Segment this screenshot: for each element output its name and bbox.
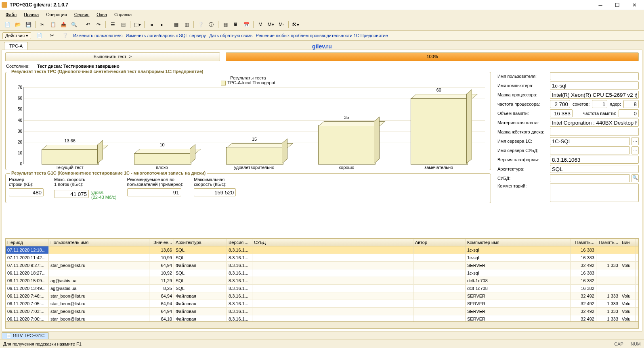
close-button[interactable]: ✕ [626,0,642,9]
table-row[interactable]: 06.11.2020 13:49...ag@asbis.ua8,25SQL8.3… [6,285,638,292]
minimize-button[interactable]: ─ [592,0,608,9]
calc-icon[interactable]: 🖩 [231,20,241,29]
menu-windows[interactable]: Окна [93,11,110,18]
arch-input[interactable] [550,165,639,173]
change-login-link[interactable]: Изменить логин/пароль к SQL-серверу [126,33,206,38]
table-row[interactable]: 06.11.2020 7:00:...star_beon@list.ru64,1… [6,315,638,321]
table-header-cell[interactable]: Значен... [149,239,174,246]
copy-icon[interactable]: 📋 [48,20,58,29]
table-header-cell[interactable]: Пользователь имя [49,239,149,246]
paste-icon[interactable]: 📥 [59,20,68,29]
user-input[interactable] [550,72,639,80]
max-speed-input[interactable] [54,190,89,198]
status-value: Тест диска: Тестирование завершено [37,64,120,69]
table-header-cell[interactable]: Вин [620,239,636,246]
m-icon[interactable]: M [256,20,265,29]
rec-users-input[interactable] [127,188,181,196]
box2-icon[interactable]: ▥ [182,20,191,29]
box-icon[interactable]: ▦ [171,20,181,29]
cpu-input[interactable] [550,91,639,99]
menu-operations[interactable]: Операции [43,11,70,18]
table-row[interactable]: 06.11.2020 18:27...10,92SQL8.3.16.1...1c… [6,269,638,277]
table-header-cell[interactable]: Память... [596,239,620,246]
srv1c-browse-button[interactable]: … [631,137,639,145]
tab-tpc-a[interactable]: TPC-A [4,42,28,50]
find-icon[interactable]: 🔍 [69,20,79,29]
m-plus-icon[interactable]: M+ [266,20,276,29]
run-test-button[interactable]: Выполнить тест -> [5,52,220,61]
action-help-icon[interactable]: ❔ [60,31,70,40]
grid-icon[interactable]: ▦ [220,20,230,29]
hdd-input[interactable] [550,128,639,136]
action-icon-2[interactable]: ✂ [47,31,57,40]
save-icon[interactable]: 💾 [23,20,33,29]
table-header-cell[interactable]: Версия ... [227,239,252,246]
computer-input[interactable] [550,81,639,90]
row-size-input[interactable] [9,188,44,196]
cores-input[interactable] [623,100,639,108]
m-minus-icon[interactable]: M- [277,20,286,29]
dropdown-icon[interactable]: ⬚▾ [132,20,142,29]
cut-icon[interactable]: ✂ [38,20,47,29]
prev-icon[interactable]: ◂ [147,20,156,29]
table-row[interactable]: 07.11.2020 9:27:...star_beon@list.ru64,9… [6,262,638,269]
table-header-cell[interactable]: Автор [413,239,466,246]
horizontal-scrollbar[interactable] [6,321,638,328]
cores-label: ядер: [609,102,622,106]
table-row[interactable]: 06.11.2020 7:05:...star_beon@list.ru64,9… [6,300,638,308]
table-header-cell[interactable]: Период [6,239,49,246]
title-bar: TPC+G1C gilev.ru: 2.1.0.7 ─ ☐ ✕ [0,0,644,10]
redo-icon[interactable]: ↷ [94,20,103,29]
table-header-cell[interactable]: Архитектура [174,239,227,246]
table-row[interactable]: 07.11.2020 12:18...13,66SQL8.3.16.1...1c… [6,246,638,254]
undo-icon[interactable]: ↶ [83,20,93,29]
list-icon[interactable]: ☰ [108,20,117,29]
ram-input[interactable] [550,109,573,117]
platver-input[interactable] [550,156,639,164]
freq-input[interactable] [550,100,570,108]
maximize-button[interactable]: ☐ [609,0,625,9]
mb-input[interactable] [550,119,639,127]
cal-icon[interactable]: 📅 [241,20,251,29]
table-row[interactable]: 06.11.2020 7:46:...star_beon@list.ru64,9… [6,292,638,300]
table-header-cell[interactable]: СУБД [252,239,413,246]
srv1c-input[interactable] [550,137,630,145]
actions-dropdown[interactable]: Действия ▾ [2,32,31,39]
document-tab[interactable]: 📄 GILV TPC+G1C [2,332,49,339]
srvdb-browse-button[interactable]: … [631,146,639,154]
feedback-link[interactable]: Дать обратную связь [209,33,252,38]
menu-service[interactable]: Сервис [71,11,93,18]
menu-edit[interactable]: Правка [21,11,42,18]
menu-help[interactable]: Справка [111,11,135,18]
srvdb-label: Имя сервера СУБД: [497,148,548,153]
comment-input[interactable] [550,183,639,202]
info-icon[interactable]: ⓘ [206,20,216,29]
ramfreq-input[interactable] [619,109,639,117]
user-label: Имя пользователя: [497,74,548,79]
freq-label: частота процессора: [497,102,548,106]
next-icon[interactable]: ▸ [157,20,167,29]
subd-input[interactable] [550,174,630,182]
open-icon[interactable]: 📂 [13,20,23,29]
sockets-input[interactable] [592,100,607,108]
chart-x-label: плохо [116,164,208,170]
status-bar: Для получения подсказки нажмите F1 CAP N… [0,340,644,348]
help-icon[interactable]: ❔ [196,20,206,29]
subd-search-button[interactable]: 🔍 [631,174,639,182]
new-icon[interactable]: 📄 [2,20,12,29]
srvdb-input[interactable] [550,146,630,154]
table-row[interactable]: 06.11.2020 7:03:...star_beon@list.ru64,9… [6,308,638,315]
menu-file[interactable]: Файл [2,11,20,18]
table-row[interactable]: 06.11.2020 15:09...ag@asbis.ua11,29SQL8.… [6,277,638,285]
table-row[interactable]: 07.11.2020 11:42...10,99SQL8.3.16.1...1c… [6,254,638,262]
list2-icon[interactable]: ▤ [118,20,128,29]
sockets-label: сокетов: [572,102,590,106]
settings-icon[interactable]: 🛠▾ [291,20,300,29]
table-header-cell[interactable]: Компьютер имя [466,239,571,246]
max-speed2-input[interactable] [194,188,236,196]
table-header-cell[interactable]: Память... [571,239,596,246]
action-icon-1[interactable]: 📄 [34,31,44,40]
solve-problems-link[interactable]: Решение любых проблем производительности… [256,33,388,38]
change-user-link[interactable]: Изменить пользователя [73,33,122,38]
gilev-link[interactable]: gilev.ru [312,43,332,50]
